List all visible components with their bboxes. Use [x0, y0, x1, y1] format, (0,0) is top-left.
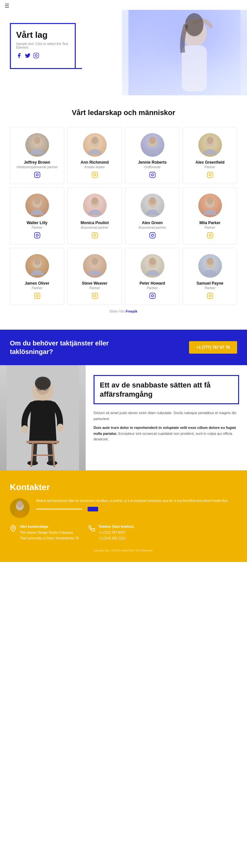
team-member-role: Kreativ ledare: [71, 165, 118, 169]
contact-title: Kontakter: [10, 482, 237, 492]
svg-rect-0: [34, 53, 39, 58]
svg-point-14: [91, 137, 98, 144]
svg-rect-85: [14, 510, 26, 518]
team-member-role: Associerad partner: [71, 226, 118, 229]
instagram-icon[interactable]: [129, 172, 176, 180]
svg-point-44: [207, 197, 213, 205]
instagram-icon[interactable]: [129, 292, 176, 301]
contact-main: Molest sint benedictis fide sis tantamin…: [36, 498, 237, 512]
team-avatar: [83, 133, 107, 157]
feature-content: Ett av de snabbaste sätten att få affärs…: [86, 365, 247, 470]
svg-point-29: [34, 197, 40, 205]
twitter-icon[interactable]: [25, 53, 31, 60]
team-card: James Oliver Partner: [10, 248, 64, 305]
instagram-icon[interactable]: [71, 172, 118, 180]
team-card: Jeffrey Brown Världsomspännande partner: [10, 127, 64, 184]
instagram-icon[interactable]: [13, 232, 61, 240]
svg-point-74: [21, 425, 28, 433]
team-avatar: [83, 194, 107, 217]
instagram-icon[interactable]: [71, 232, 118, 240]
svg-rect-40: [149, 233, 155, 238]
contact-phone-label: Telefon (fast telefon): [99, 525, 134, 528]
svg-point-76: [27, 461, 38, 465]
feature-title: Ett av de snabbaste sätten att få affärs…: [100, 380, 233, 399]
team-credit: Bilder från Freepik: [10, 310, 237, 313]
svg-rect-60: [149, 293, 155, 299]
team-member-role: Världsomspännande partner: [13, 165, 61, 169]
team-member-name: Mila Parker: [186, 220, 234, 225]
contact-office-label: Vårt kontorsläge: [20, 525, 79, 528]
hero-subtitle: Sample text. Click to select the Text El…: [16, 42, 70, 49]
instagram-icon[interactable]: [186, 292, 234, 301]
contact-divider: [36, 509, 82, 509]
cta-banner: Om du behöver taktjänster eller taklösni…: [0, 330, 247, 365]
team-member-name: Steve Weaver: [71, 281, 118, 286]
contact-intro: Molest sint benedictis fide sis tantamin…: [36, 498, 237, 503]
svg-rect-50: [34, 293, 40, 299]
team-member-name: Samuel Payne: [186, 281, 234, 286]
instagram-icon[interactable]: [13, 292, 61, 301]
svg-point-24: [207, 137, 213, 144]
hero-social: [16, 53, 70, 60]
svg-point-6: [185, 13, 203, 36]
svg-point-75: [57, 424, 63, 432]
team-card: Ann Richmond Kreativ ledare: [67, 127, 122, 184]
instagram-icon[interactable]: [129, 232, 176, 240]
team-avatar: [141, 194, 164, 217]
feature-section: Ett av de snabbaste sätten att få affärs…: [0, 365, 247, 470]
contact-avatar: [10, 498, 30, 518]
team-avatar: [25, 194, 49, 217]
facebook-icon[interactable]: [16, 53, 22, 60]
team-card: Jennie Roberts Ordförande: [125, 127, 180, 184]
team-member-role: Partner: [186, 286, 234, 290]
svg-point-84: [17, 501, 23, 507]
cta-text: Om du behöver taktjänster eller taklösni…: [10, 339, 129, 356]
team-card: Alex Greenfield Partner: [183, 127, 237, 184]
svg-point-70: [35, 377, 51, 390]
svg-rect-10: [34, 172, 40, 178]
hamburger-icon[interactable]: ☰: [5, 3, 9, 9]
instagram-icon[interactable]: [13, 172, 61, 180]
cta-button[interactable]: +1 (777) 787 87 76: [189, 341, 237, 354]
team-card: Peter Howard Partner: [125, 248, 180, 305]
svg-rect-55: [92, 293, 98, 299]
team-member-role: Ordförande: [129, 165, 176, 169]
svg-point-49: [34, 258, 40, 265]
team-member-role: Associerad partner: [129, 226, 176, 229]
team-avatar: [198, 254, 222, 278]
team-card: Mila Parker Partner: [183, 187, 237, 245]
phone-icon: [89, 525, 95, 533]
svg-rect-78: [26, 441, 59, 443]
svg-rect-45: [207, 233, 213, 238]
team-card: Monica Pouliot Associerad partner: [67, 187, 122, 245]
contact-section: Kontakter Molest sint benedictis fide si…: [0, 470, 247, 562]
svg-rect-4: [182, 45, 207, 91]
team-section-title: Vårt ledarskap och människor: [10, 108, 237, 117]
svg-rect-35: [92, 233, 98, 238]
team-member-name: Ann Richmond: [71, 160, 118, 165]
instagram-icon[interactable]: [186, 172, 234, 180]
team-avatar: [25, 254, 49, 278]
team-avatar: [198, 194, 222, 217]
team-member-name: Alex Greenfield: [186, 160, 234, 165]
hero-title: Vårt lag: [16, 30, 70, 40]
freepik-link[interactable]: Freepik: [126, 310, 137, 313]
team-avatar: [83, 254, 107, 278]
contact-office-line1: The Interior Design Studio Company: [20, 530, 79, 535]
instagram-icon[interactable]: [33, 53, 39, 60]
contact-bottom: Sample text. Click to select the Text El…: [10, 549, 237, 552]
instagram-icon[interactable]: [186, 232, 234, 240]
hero-image: [122, 10, 247, 95]
svg-point-34: [91, 197, 98, 205]
contact-dot: [88, 507, 98, 512]
team-card: Samuel Payne Partner: [183, 248, 237, 305]
svg-rect-30: [34, 233, 40, 238]
team-avatar: [198, 133, 222, 157]
instagram-icon[interactable]: [71, 292, 118, 301]
team-member-name: James Oliver: [13, 281, 61, 286]
team-member-name: Walter Lilly: [13, 220, 61, 225]
svg-point-9: [34, 137, 40, 144]
team-member-name: Monica Pouliot: [71, 220, 118, 225]
team-member-role: Partner: [186, 226, 234, 229]
location-icon: [10, 525, 17, 533]
